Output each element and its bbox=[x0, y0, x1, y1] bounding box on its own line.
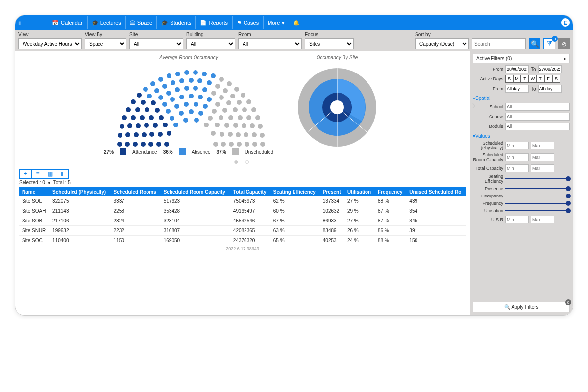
viewby-select[interactable]: Space bbox=[85, 38, 126, 49]
sp-max[interactable] bbox=[531, 142, 554, 149]
room-select[interactable]: All bbox=[238, 38, 302, 49]
usr-max[interactable] bbox=[531, 216, 554, 223]
nav-space[interactable]: 🏛 Space bbox=[125, 16, 157, 29]
sc-max[interactable] bbox=[531, 153, 554, 161]
day-toggle[interactable]: T bbox=[521, 75, 529, 83]
sp-min[interactable] bbox=[505, 142, 529, 149]
legend-abs-pct: 36% bbox=[163, 149, 173, 155]
frequency-slider[interactable] bbox=[505, 203, 570, 204]
chart-next-icon[interactable]: › bbox=[472, 98, 476, 112]
room-label: Room bbox=[238, 32, 302, 37]
user-avatar[interactable]: E bbox=[561, 18, 570, 27]
from-date-input[interactable] bbox=[505, 65, 529, 73]
values-section[interactable]: ▾Values bbox=[473, 133, 570, 139]
nav-more[interactable]: More▾ bbox=[263, 16, 289, 29]
sc-min[interactable] bbox=[505, 153, 529, 161]
day-toggle[interactable]: F bbox=[544, 75, 552, 83]
school-input[interactable] bbox=[505, 103, 570, 111]
clear-button[interactable]: ⊘ bbox=[558, 38, 570, 49]
legend-att-lbl: Attendance bbox=[132, 149, 157, 155]
nav-bell-icon[interactable]: 🔔 bbox=[289, 16, 304, 29]
table-header[interactable]: Frequency bbox=[375, 187, 406, 196]
table-row[interactable]: Site SOE32207533375176237504597362 %1373… bbox=[19, 196, 466, 206]
table-row[interactable]: Site SNUR19963222323168074208236563 %834… bbox=[19, 226, 466, 236]
day-toggle[interactable]: W bbox=[529, 75, 537, 83]
spatial-section[interactable]: ▾Spatial bbox=[473, 96, 570, 101]
day-toggle[interactable]: M bbox=[513, 75, 521, 83]
chart-pager[interactable]: ● ○ bbox=[19, 157, 466, 166]
table-row[interactable]: Site SOB21710623243231044553254667 %8693… bbox=[19, 216, 466, 226]
nav-students[interactable]: 🎓 Students bbox=[157, 16, 196, 29]
presence-slider[interactable] bbox=[505, 188, 570, 189]
site-select[interactable]: All bbox=[129, 38, 183, 49]
table-header[interactable]: Unused Scheduled Ro bbox=[406, 187, 466, 196]
seating-slider[interactable] bbox=[505, 178, 570, 179]
usr-min[interactable] bbox=[505, 216, 529, 223]
apply-filters-button[interactable]: 🔍 Apply Filters0 bbox=[473, 302, 570, 312]
sunburst-chart bbox=[293, 63, 381, 151]
building-label: Building bbox=[186, 32, 235, 37]
focus-label: Focus bbox=[305, 32, 354, 37]
filter-bar: ViewWeekday Active Hours View BySpace Si… bbox=[15, 30, 573, 51]
legend-abs-swatch bbox=[179, 148, 186, 155]
view-label: View bbox=[18, 32, 82, 37]
module-input[interactable] bbox=[505, 122, 570, 130]
legend-abs-lbl: Absence bbox=[192, 149, 211, 155]
from-time-input[interactable] bbox=[505, 85, 529, 93]
course-input[interactable] bbox=[505, 113, 570, 121]
tc-max[interactable] bbox=[531, 164, 554, 172]
nav-calendar[interactable]: 📅 Calendar bbox=[48, 16, 87, 29]
search-button[interactable]: 🔍 bbox=[529, 38, 540, 49]
to-date-input[interactable] bbox=[538, 65, 562, 73]
top-navbar: ▮ 📅 Calendar 🎓 Lectures 🏛 Space 🎓 Studen… bbox=[15, 15, 573, 30]
table-header[interactable]: Utilisation bbox=[344, 187, 375, 196]
tc-min[interactable] bbox=[505, 164, 529, 172]
day-toggle[interactable]: S bbox=[552, 75, 560, 83]
chevron-right-icon: ▸ bbox=[564, 56, 566, 61]
hemi-chart-title: Average Room Occupancy bbox=[104, 55, 273, 60]
search-input[interactable] bbox=[472, 38, 526, 49]
legend-att-pct: 27% bbox=[104, 149, 114, 155]
table-row[interactable]: Site SOAH21114322583534284916549760 %102… bbox=[19, 206, 466, 216]
table-header[interactable]: Total Capacity bbox=[230, 187, 270, 196]
hemicycle-chart bbox=[120, 63, 257, 147]
building-select[interactable]: All bbox=[186, 38, 235, 49]
active-filters-toggle[interactable]: Active Filters (0)▸ bbox=[473, 54, 570, 63]
view-toolbar: + ≡ ▥ ⫿ bbox=[19, 169, 466, 179]
app-logo: ▮ bbox=[18, 20, 48, 25]
table-header[interactable]: Scheduled Room Capacity bbox=[161, 187, 230, 196]
to-time-input[interactable] bbox=[538, 85, 562, 93]
nav-cases[interactable]: ⚑ Cases bbox=[232, 16, 263, 29]
tool-columns[interactable]: ▥ bbox=[44, 169, 56, 179]
legend-uns-swatch bbox=[232, 148, 239, 155]
table-header[interactable]: Present bbox=[320, 187, 344, 196]
tool-add[interactable]: + bbox=[19, 169, 32, 179]
tool-list[interactable]: ≡ bbox=[31, 169, 44, 179]
nav-lectures[interactable]: 🎓 Lectures bbox=[87, 16, 125, 29]
focus-select[interactable]: Sites bbox=[305, 38, 354, 49]
filter-sidebar: Active Filters (0)▸ FromTo Active DaysSM… bbox=[470, 51, 573, 315]
viewby-label: View By bbox=[85, 32, 126, 37]
day-toggle[interactable]: T bbox=[537, 75, 544, 83]
table-header[interactable]: Name bbox=[19, 187, 49, 196]
legend-uns-lbl: Unscheduled bbox=[245, 149, 273, 155]
apply-count-badge: 0 bbox=[565, 299, 571, 305]
sites-table: NameScheduled (Physically)Scheduled Room… bbox=[19, 187, 466, 245]
filter-count-badge: 0 bbox=[552, 36, 558, 42]
sortby-label: Sort by bbox=[415, 32, 469, 37]
table-header[interactable]: Scheduled (Physically) bbox=[49, 187, 110, 196]
version-label: 2022.6.17.38643 bbox=[19, 246, 466, 251]
tool-chart[interactable]: ⫿ bbox=[56, 169, 69, 179]
nav-reports[interactable]: 📄 Reports bbox=[196, 16, 232, 29]
table-header[interactable]: Scheduled Rooms bbox=[111, 187, 161, 196]
table-header[interactable]: Seating Efficiency bbox=[270, 187, 320, 196]
sortby-select[interactable]: Capacity (Desc) bbox=[415, 38, 469, 49]
day-toggle[interactable]: S bbox=[505, 75, 513, 83]
legend-att-swatch bbox=[120, 148, 126, 155]
utilisation-slider[interactable] bbox=[505, 210, 570, 211]
table-row[interactable]: Site SOC11040011501690502437632065 %4025… bbox=[19, 236, 466, 245]
view-select[interactable]: Weekday Active Hours bbox=[18, 38, 82, 49]
site-label: Site bbox=[129, 32, 183, 37]
donut-chart-title: Occupancy By Site bbox=[293, 55, 381, 60]
occupancy-slider[interactable] bbox=[505, 196, 570, 196]
